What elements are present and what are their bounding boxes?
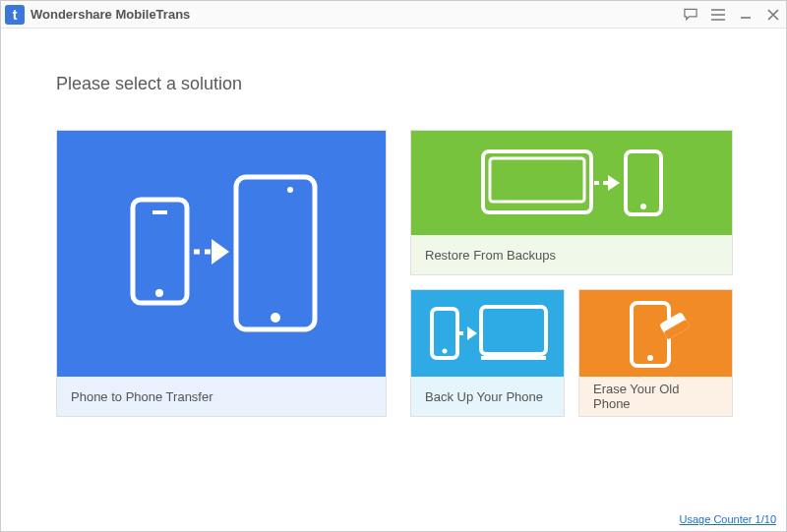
svg-rect-6 bbox=[483, 151, 591, 212]
window-controls bbox=[684, 8, 780, 22]
usage-counter-link[interactable]: Usage Counter 1/10 bbox=[680, 513, 776, 525]
main-content: Please select a solution Phone to Phone … bbox=[1, 29, 786, 417]
tile-phone-to-phone[interactable]: Phone to Phone Transfer bbox=[56, 130, 387, 417]
app-title: Wondershare MobileTrans bbox=[30, 7, 190, 22]
erase-icon bbox=[579, 290, 732, 377]
phone-transfer-icon bbox=[57, 131, 386, 377]
restore-icon bbox=[411, 131, 732, 235]
app-logo: t bbox=[5, 5, 25, 25]
right-column: Restore From Backups Back U bbox=[410, 130, 733, 417]
svg-point-2 bbox=[155, 289, 163, 297]
tile-restore[interactable]: Restore From Backups bbox=[410, 130, 733, 275]
tile-label: Erase Your Old Phone bbox=[579, 377, 732, 416]
svg-point-11 bbox=[442, 349, 447, 354]
tile-label: Restore From Backups bbox=[411, 235, 732, 274]
svg-point-15 bbox=[647, 355, 653, 361]
tile-backup[interactable]: Back Up Your Phone bbox=[410, 289, 565, 417]
backup-icon bbox=[411, 290, 564, 377]
tile-erase[interactable]: Erase Your Old Phone bbox=[578, 289, 733, 417]
page-title: Please select a solution bbox=[56, 74, 731, 94]
solution-grid: Phone to Phone Transfer Restore From Bac… bbox=[56, 130, 731, 417]
titlebar: t Wondershare MobileTrans bbox=[1, 1, 786, 29]
minimize-icon[interactable] bbox=[739, 8, 753, 22]
svg-point-4 bbox=[271, 313, 280, 323]
svg-rect-3 bbox=[236, 177, 315, 329]
menu-icon[interactable] bbox=[711, 8, 725, 22]
feedback-icon[interactable] bbox=[684, 8, 697, 22]
bottom-row: Back Up Your Phone Erase Your bbox=[410, 289, 733, 417]
close-icon[interactable] bbox=[766, 8, 780, 22]
svg-point-9 bbox=[640, 204, 646, 209]
tile-label: Back Up Your Phone bbox=[411, 377, 564, 416]
svg-rect-12 bbox=[481, 307, 546, 354]
tile-label: Phone to Phone Transfer bbox=[57, 377, 386, 416]
svg-rect-7 bbox=[490, 158, 584, 202]
svg-rect-0 bbox=[133, 200, 187, 303]
svg-point-5 bbox=[287, 187, 293, 193]
